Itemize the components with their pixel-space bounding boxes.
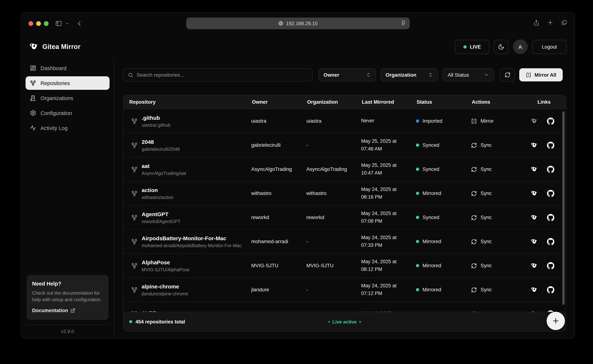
github-link-icon[interactable] [547,190,554,197]
table-scrollbar[interactable] [562,111,565,305]
table-row[interactable]: 2048 gabrielecirulli/2048 gabrielecirull… [124,133,566,157]
back-button[interactable] [76,20,83,26]
sidebar-item-label: Configuration [40,110,72,116]
chevron-down-icon[interactable] [65,21,70,26]
github-link-icon[interactable] [547,262,554,269]
help-title: Need Help? [32,281,103,286]
table-row[interactable]: AlphaPose MVIG-SJTU/AlphaPose MVIG-SJTU … [124,254,566,278]
repository-name[interactable]: action [142,187,173,193]
refresh-button[interactable] [500,68,515,81]
table-row[interactable]: AirpodsBattery-Monitor-For-Mac mohamed-a… [124,230,566,254]
github-link-icon[interactable] [547,286,554,293]
table-row[interactable]: action withastro/action withastro withas… [124,182,566,206]
links-cell [531,142,566,149]
repository-cell[interactable]: AgentGPT reworkd/AgentGPT [124,211,251,224]
gitea-link-icon[interactable] [531,214,538,221]
status-dot-icon [416,240,419,243]
documentation-label: Documentation [32,308,68,313]
last-mirrored-date: May 24, 2025 at [361,258,416,266]
repository-name[interactable]: 2048 [142,139,180,145]
github-link-icon[interactable] [547,166,554,173]
repository-cell[interactable]: .github uiastra/.github [124,114,251,128]
gitea-link-icon[interactable] [531,238,538,245]
sync-action-button[interactable]: Sync [471,239,531,244]
repository-name[interactable]: AgentGPT [142,211,181,217]
logout-button[interactable]: Logout [532,40,567,54]
repository-name[interactable]: alpine-chrome [142,283,188,290]
status-select[interactable]: All Status [443,68,494,81]
sidebar-item-configuration[interactable]: Configuration [26,106,110,120]
repository-cell[interactable]: aat AsyncAlgoTrading/aat [124,163,251,176]
sidebar-toggle-icon[interactable] [55,20,62,27]
url-bar[interactable]: 192.168.29.10 [186,18,410,29]
git-fork-icon [131,142,138,148]
last-mirrored-cell: May 24, 2025 at 07:12 PM [361,282,416,297]
table-row[interactable]: .github uiastra/.github uiastra uiastra … [124,109,566,133]
repository-name[interactable]: .github [142,114,170,121]
sidebar-item-dashboard[interactable]: Dashboard [26,61,110,75]
search-box[interactable] [123,68,313,81]
gitea-link-icon[interactable] [531,262,538,269]
zoom-window-button[interactable] [44,21,49,26]
live-status-badge[interactable]: LIVE [455,40,489,54]
minimize-window-button[interactable] [36,21,41,26]
last-mirrored-time: 07:08 PM [361,217,416,225]
sync-action-button[interactable]: Sync [471,263,531,268]
sidebar-item-repositories[interactable]: Repositories [26,76,110,90]
github-link-icon[interactable] [547,117,554,125]
refresh-icon [471,287,477,293]
sync-action-button[interactable]: Sync [471,190,531,196]
app-version: v2.9.0 [27,325,108,334]
sync-action-button[interactable]: Sync [471,166,531,172]
repository-name[interactable]: AlphaPose [142,259,190,266]
sync-action-button[interactable]: Mirror [471,118,531,124]
repository-cell[interactable]: alpine-chrome jlandure/alpine-chrome [124,283,251,296]
table-row[interactable]: aat AsyncAlgoTrading/aat AsyncAlgoTradin… [124,157,566,182]
close-window-button[interactable] [28,21,33,26]
repository-cell[interactable]: 2048 gabrielecirulli/2048 [124,139,251,152]
browser-window: 192.168.29.10 Gitea Mirror LIVE [21,12,575,339]
sidebar-item-activity-log[interactable]: Activity Log [26,121,110,135]
repository-cell[interactable]: action withastro/action [124,187,251,200]
gitea-link-icon[interactable] [531,117,538,125]
last-mirrored-date: May 24, 2025 at [361,234,416,242]
sync-action-button[interactable]: Sync [471,214,531,220]
filter-bar: Owner Organization All Status [123,68,566,81]
github-link-icon[interactable] [547,238,554,245]
gitea-link-icon[interactable] [531,166,538,173]
reader-view-icon[interactable] [401,20,406,27]
status-dot-icon [416,264,419,267]
avatar[interactable]: A [513,39,528,54]
search-input[interactable] [137,72,308,78]
organization-select[interactable]: Organization [380,68,438,81]
gitea-link-icon[interactable] [531,142,538,149]
new-tab-icon[interactable] [547,19,554,27]
sync-action-button[interactable]: Sync [471,142,531,148]
documentation-link[interactable]: Documentation [32,308,103,313]
live-active-label: Live active [332,319,357,324]
github-link-icon[interactable] [547,142,554,149]
brand[interactable]: Gitea Mirror [29,42,80,52]
table-row[interactable]: AgentGPT reworkd/AgentGPT reworkd rework… [124,206,566,230]
mirror-all-button[interactable]: Mirror All [519,68,563,81]
sync-action-button[interactable]: Sync [471,287,531,293]
repository-name[interactable]: AirpodsBattery-Monitor-For-Mac [142,235,241,241]
sidebar-item-label: Repositories [40,80,70,86]
repository-cell[interactable]: AlphaPose MVIG-SJTU/AlphaPose [124,259,251,272]
repository-cell[interactable]: AirpodsBattery-Monitor-For-Mac mohamed-a… [124,235,251,248]
git-fork-icon [131,214,138,221]
external-link-icon [71,308,75,313]
repository-name[interactable]: aat [142,163,186,169]
table-body: .github uiastra/.github uiastra uiastra … [124,109,566,331]
add-repository-button[interactable] [547,312,565,330]
tab-overview-icon[interactable] [561,19,567,27]
table-row[interactable]: alpine-chrome jlandure/alpine-chrome jla… [124,278,566,302]
sidebar-item-organizations[interactable]: Organizations [26,91,110,105]
gitea-link-icon[interactable] [531,286,538,293]
github-link-icon[interactable] [547,214,554,221]
theme-toggle-button[interactable] [494,40,508,54]
owner-cell: mohamed-arradi [251,239,306,244]
share-icon[interactable] [533,19,540,27]
gitea-link-icon[interactable] [531,190,538,197]
owner-select[interactable]: Owner [318,68,376,81]
